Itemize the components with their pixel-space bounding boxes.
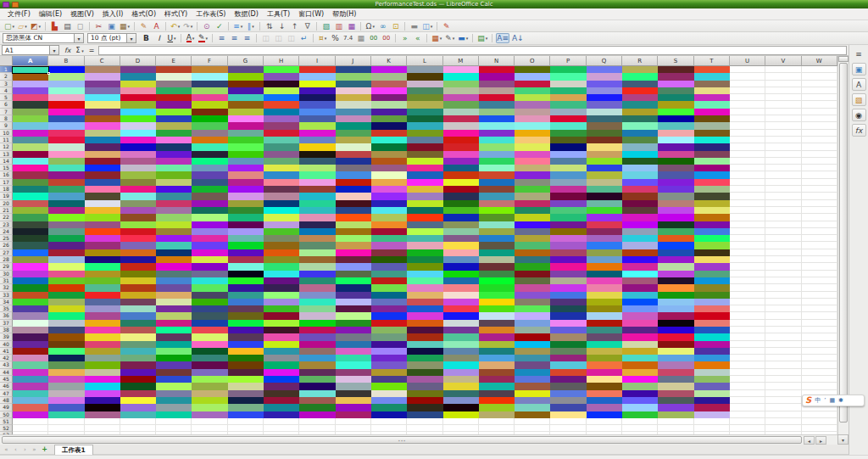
row-header-26[interactable]: 26 [0, 242, 13, 249]
cell[interactable] [443, 242, 479, 249]
cell[interactable] [120, 418, 156, 425]
cell[interactable] [371, 151, 407, 158]
cell[interactable] [336, 320, 371, 327]
cell[interactable] [228, 221, 264, 228]
cell[interactable] [658, 320, 693, 327]
cell[interactable] [802, 312, 837, 319]
cell[interactable] [299, 115, 335, 122]
cell[interactable] [228, 299, 264, 305]
cell[interactable] [622, 284, 658, 291]
cell[interactable] [371, 277, 407, 284]
cell[interactable] [13, 73, 48, 80]
cell[interactable] [550, 299, 586, 305]
cell[interactable] [336, 165, 371, 171]
cell[interactable] [622, 87, 658, 94]
cell[interactable] [802, 228, 837, 235]
cell[interactable] [48, 73, 84, 80]
cell[interactable] [550, 101, 586, 108]
cell[interactable] [264, 418, 299, 425]
cell[interactable] [730, 383, 765, 389]
cell[interactable] [694, 158, 730, 165]
cell[interactable] [299, 333, 335, 340]
cell[interactable] [192, 361, 227, 368]
cell[interactable] [192, 256, 227, 263]
cell[interactable] [515, 109, 550, 115]
cell[interactable] [120, 171, 156, 178]
show-draw-functions-icon[interactable]: ✎ [441, 21, 452, 31]
cell[interactable] [550, 242, 586, 249]
cell[interactable] [694, 143, 730, 150]
cell[interactable] [730, 305, 765, 312]
row-header-32[interactable]: 32 [0, 284, 13, 291]
cell[interactable] [299, 165, 335, 171]
font-name-dropdown-icon[interactable]: ▾ [74, 34, 83, 42]
row-header-2[interactable]: 2 [0, 73, 13, 80]
cell[interactable] [407, 361, 442, 368]
redo-icon[interactable]: ↷▾ [182, 21, 193, 31]
cell[interactable] [479, 66, 515, 73]
cell[interactable] [802, 143, 837, 150]
cell[interactable] [730, 397, 765, 404]
select-function-button[interactable]: Σ ▾ [74, 47, 86, 54]
cell[interactable] [371, 249, 407, 256]
cell[interactable] [550, 320, 586, 327]
cell[interactable] [730, 327, 765, 333]
functions-icon[interactable]: fx [852, 124, 866, 137]
cell[interactable] [622, 292, 658, 299]
cell[interactable] [228, 418, 264, 425]
cell[interactable] [622, 151, 658, 158]
cell[interactable] [587, 214, 622, 221]
cell[interactable] [371, 348, 407, 355]
cell[interactable] [802, 256, 837, 263]
cell[interactable] [85, 383, 120, 389]
cell[interactable] [264, 341, 299, 348]
row-header-45[interactable]: 45 [0, 376, 13, 383]
cell[interactable] [264, 130, 299, 137]
cell[interactable] [694, 214, 730, 221]
cell[interactable] [443, 94, 479, 101]
vertical-split-handle[interactable] [838, 56, 849, 62]
cell[interactable] [156, 284, 192, 291]
cell[interactable] [443, 228, 479, 235]
row-header-9[interactable]: 9 [0, 122, 13, 129]
cell[interactable] [694, 81, 730, 87]
cell[interactable] [264, 333, 299, 340]
cell[interactable] [264, 87, 299, 94]
row-header-17[interactable]: 17 [0, 179, 13, 186]
cell[interactable] [85, 165, 120, 171]
cell[interactable] [694, 299, 730, 305]
cell[interactable] [587, 101, 622, 108]
open-file-icon[interactable]: ▱▾ [17, 21, 28, 31]
selected-cell-A1[interactable] [13, 66, 48, 73]
gallery-icon[interactable]: ▨ [852, 93, 866, 106]
cell[interactable] [658, 165, 693, 171]
row-header-47[interactable]: 47 [0, 390, 13, 397]
cell[interactable] [587, 186, 622, 193]
cell[interactable] [120, 271, 156, 277]
last-sheet-button[interactable]: » [30, 446, 39, 453]
cell[interactable] [48, 383, 84, 389]
row-header-43[interactable]: 43 [0, 361, 13, 368]
cell[interactable] [802, 193, 837, 199]
cell[interactable] [85, 355, 120, 361]
cell[interactable] [48, 355, 84, 361]
cell[interactable] [407, 73, 442, 80]
cell[interactable] [371, 361, 407, 368]
cell[interactable] [371, 158, 407, 165]
cell[interactable] [443, 284, 479, 291]
cell[interactable] [192, 109, 227, 115]
cell[interactable] [228, 256, 264, 263]
border-style-icon[interactable]: ✎▾ [444, 33, 455, 43]
cell[interactable] [371, 87, 407, 94]
cell[interactable] [694, 94, 730, 101]
cell[interactable] [622, 249, 658, 256]
cell[interactable] [228, 171, 264, 178]
cell[interactable] [730, 109, 765, 115]
cell[interactable] [443, 411, 479, 418]
cell[interactable] [120, 361, 156, 368]
cell[interactable] [515, 376, 550, 383]
cell[interactable] [13, 179, 48, 186]
cell[interactable] [299, 186, 335, 193]
cell[interactable] [479, 312, 515, 319]
cell[interactable] [371, 94, 407, 101]
